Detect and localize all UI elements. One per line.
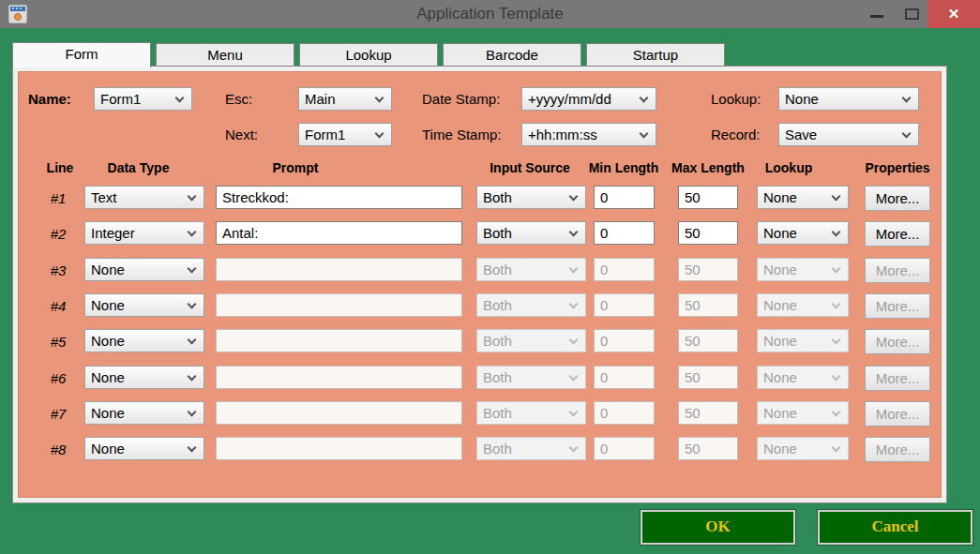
chevron-down-icon <box>569 300 579 309</box>
more-properties-button[interactable]: More... <box>865 186 930 211</box>
lookup-label: Lookup: <box>711 87 761 111</box>
date-stamp-select-value: +yyyy/mm/dd <box>528 91 611 107</box>
input-source-select-value: Both <box>483 441 512 457</box>
more-properties-button: More... <box>865 401 930 427</box>
more-properties-button[interactable]: More... <box>865 221 930 247</box>
data-type-select[interactable]: Text <box>84 186 204 209</box>
next-label: Next: <box>225 123 258 146</box>
data-type-select[interactable]: None <box>84 293 204 317</box>
cancel-button[interactable]: Cancel <box>818 510 972 545</box>
form-line-row: #3 None Both 0 50 None More... <box>0 258 980 283</box>
record-select[interactable]: Save <box>778 123 919 146</box>
tab-lookup[interactable]: Lookup <box>299 43 438 67</box>
min-length-input[interactable]: 0 <box>594 221 655 245</box>
header-prompt: Prompt <box>216 160 375 175</box>
data-type-select[interactable]: None <box>84 258 204 281</box>
data-type-select[interactable]: None <box>84 329 204 352</box>
tab-barcode[interactable]: Barcode <box>443 43 581 67</box>
time-stamp-label: Time Stamp: <box>422 123 501 146</box>
prompt-input <box>216 258 462 281</box>
chevron-down-icon <box>569 372 579 382</box>
chevron-down-icon <box>832 300 841 309</box>
ok-button[interactable]: OK <box>641 510 795 545</box>
min-length-input: 0 <box>594 366 655 389</box>
lookup-select[interactable]: None <box>778 87 919 111</box>
data-type-select[interactable]: None <box>84 401 204 425</box>
next-select[interactable]: Form1 <box>298 123 392 146</box>
line-lookup-select[interactable]: None <box>757 186 849 209</box>
more-properties-button: More... <box>865 437 930 462</box>
record-select-value: Save <box>785 127 817 142</box>
line-lookup-select: None <box>757 329 849 352</box>
line-lookup-select-value: None <box>763 333 797 349</box>
header-max-length: Max Length <box>669 160 747 175</box>
chevron-down-icon <box>832 443 841 453</box>
more-properties-button: More... <box>865 258 930 283</box>
min-length-input: 0 <box>594 401 655 425</box>
line-lookup-select: None <box>757 401 849 425</box>
tab-menu[interactable]: Menu <box>156 43 294 67</box>
name-select[interactable]: Form1 <box>94 87 192 111</box>
line-lookup-select[interactable]: None <box>757 221 849 245</box>
line-lookup-select-value: None <box>763 262 797 277</box>
date-stamp-select[interactable]: +yyyy/mm/dd <box>521 87 656 111</box>
form-line-row: #5 None Both 0 50 None More... <box>0 329 980 354</box>
min-length-input[interactable]: 0 <box>594 186 655 209</box>
application-template-window: Application Template ✕ Form Menu Lookup … <box>0 0 980 554</box>
prompt-input <box>216 293 462 317</box>
input-source-select: Both <box>476 437 586 460</box>
header-min-length: Min Length <box>586 160 661 175</box>
form-line-row: #7 None Both 0 50 None More... <box>0 401 980 427</box>
more-properties-button: More... <box>865 293 930 319</box>
input-source-select-value: Both <box>483 189 512 205</box>
form-line-row: #4 None Both 0 50 None More... <box>0 293 980 319</box>
date-stamp-label: Date Stamp: <box>422 87 500 111</box>
esc-select-value: Main <box>305 91 336 107</box>
line-lookup-select-value: None <box>763 297 797 313</box>
minimize-icon[interactable] <box>856 0 897 28</box>
prompt-input[interactable]: Streckkod: <box>216 186 462 209</box>
input-source-select-value: Both <box>483 225 512 241</box>
data-type-select-value: Text <box>91 189 117 205</box>
tab-startup[interactable]: Startup <box>586 43 725 67</box>
input-source-select[interactable]: Both <box>476 186 586 209</box>
time-stamp-select[interactable]: +hh:mm:ss <box>521 123 656 146</box>
window-title: Application Template <box>0 0 980 28</box>
prompt-input[interactable]: Antal: <box>216 221 462 245</box>
input-source-select: Both <box>476 366 586 389</box>
chevron-down-icon <box>188 408 197 417</box>
max-length-input[interactable]: 50 <box>678 221 738 245</box>
chevron-down-icon <box>569 408 579 417</box>
line-lookup-select: None <box>757 366 849 389</box>
line-number-label: #4 <box>39 293 77 317</box>
data-type-select[interactable]: None <box>84 437 204 460</box>
line-lookup-select-value: None <box>763 189 797 205</box>
close-icon[interactable]: ✕ <box>927 0 980 28</box>
esc-select[interactable]: Main <box>298 87 392 111</box>
line-lookup-select: None <box>757 437 849 460</box>
tab-form[interactable]: Form <box>12 42 151 67</box>
name-select-value: Form1 <box>100 91 141 107</box>
form-line-row: #2 Integer Antal: Both 0 50 None More... <box>0 221 980 247</box>
maximize-icon[interactable] <box>897 0 927 28</box>
line-lookup-select-value: None <box>763 225 797 241</box>
data-type-select[interactable]: None <box>84 366 204 389</box>
line-number-label: #3 <box>39 258 77 281</box>
chevron-down-icon <box>569 192 579 202</box>
chevron-down-icon <box>640 94 649 103</box>
prompt-input <box>216 437 462 460</box>
chevron-down-icon <box>569 336 579 345</box>
line-lookup-select-value: None <box>763 405 797 421</box>
header-data-type: Data Type <box>94 160 183 175</box>
min-length-input: 0 <box>594 437 655 460</box>
chevron-down-icon <box>832 192 841 202</box>
input-source-select[interactable]: Both <box>476 221 586 245</box>
data-type-select[interactable]: Integer <box>84 221 204 245</box>
data-type-select-value: None <box>91 441 125 457</box>
chevron-down-icon <box>832 336 841 345</box>
line-number-label: #1 <box>39 186 77 209</box>
data-type-select-value: None <box>91 405 125 421</box>
max-length-input[interactable]: 50 <box>678 186 738 209</box>
max-length-input: 50 <box>678 293 738 317</box>
max-length-input: 50 <box>678 258 738 281</box>
